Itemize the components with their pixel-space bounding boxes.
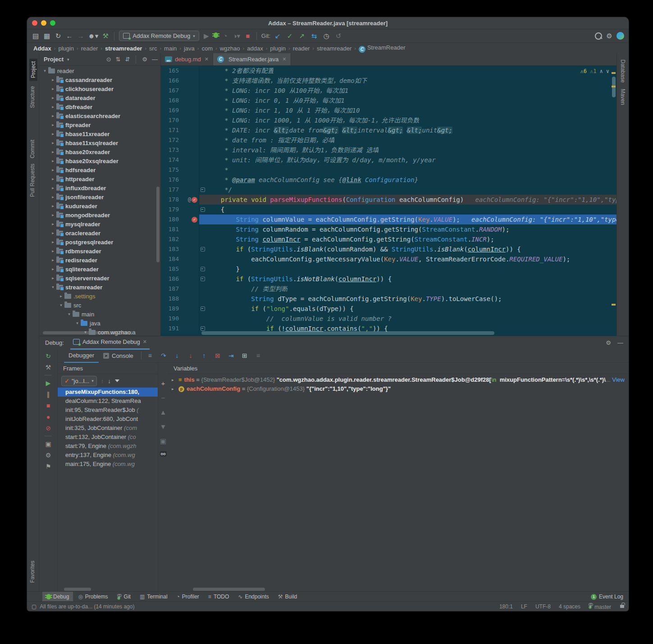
tree-item-ftpreader[interactable]: ▸ftpreader bbox=[39, 120, 160, 129]
chevron-down-icon[interactable]: ▾ bbox=[67, 57, 69, 62]
frame-row[interactable]: dealColumn:122, StreamRea bbox=[58, 397, 158, 406]
tree-item-datareader[interactable]: ▸datareader bbox=[39, 93, 160, 102]
editor-gutter[interactable]: 186 bbox=[161, 274, 199, 284]
tree-item-httpreader[interactable]: ▸httpreader bbox=[39, 174, 160, 183]
git-commit-icon[interactable]: ✓ bbox=[286, 32, 294, 41]
editor-gutter[interactable]: 191 bbox=[161, 324, 199, 333]
chevron-right-icon[interactable]: ▸ bbox=[50, 222, 56, 226]
toolwindow-problems[interactable]: ◎Problems bbox=[74, 592, 112, 602]
tree-item-main[interactable]: ▾main bbox=[39, 310, 160, 319]
sidebar-item-pull-requests[interactable]: Pull Requests bbox=[29, 164, 36, 197]
tree-item-redisreader[interactable]: ▸redisreader bbox=[39, 256, 160, 265]
step-over-icon[interactable]: ↷ bbox=[158, 352, 169, 359]
breadcrumb-item[interactable]: src bbox=[149, 45, 157, 52]
editor-gutter[interactable]: 185 bbox=[161, 264, 199, 274]
tree-item-dbfreader[interactable]: ▸dbfreader bbox=[39, 102, 160, 111]
fold-marker-icon[interactable] bbox=[199, 205, 205, 215]
frame-row[interactable]: parseMixupFunctions:180, bbox=[58, 388, 158, 397]
editor-gutter[interactable]: 174 bbox=[161, 155, 199, 165]
editor-gutter[interactable]: 184 bbox=[161, 254, 199, 264]
chevron-right-icon[interactable]: ▸ bbox=[50, 213, 56, 217]
filter-funnel-icon[interactable] bbox=[115, 379, 119, 382]
tree-item-elasticsearchreader[interactable]: ▸elasticsearchreader bbox=[39, 111, 160, 120]
frame-up-icon[interactable]: ↑ bbox=[101, 378, 104, 384]
editor-gutter[interactable]: 165 bbox=[161, 66, 199, 76]
forward-icon[interactable]: → bbox=[77, 32, 85, 41]
chevron-right-icon[interactable]: ▸ bbox=[50, 114, 56, 118]
chevron-right-icon[interactable]: ▸ bbox=[50, 159, 56, 163]
vcs-status-text[interactable]: All files are up-to-da... (14 minutes ag… bbox=[40, 603, 134, 610]
editor-horizontal-scrollbar[interactable] bbox=[201, 331, 494, 335]
chevron-down-icon[interactable]: ▾ bbox=[66, 312, 72, 316]
drop-frame-icon[interactable]: ⊠ bbox=[212, 352, 223, 359]
editor-gutter[interactable]: 180✓ bbox=[161, 215, 199, 224]
frame-row[interactable]: entry:137, Engine (com.wg bbox=[58, 451, 158, 460]
editor-vertical-scrollbar[interactable] bbox=[611, 66, 616, 336]
chevron-right-icon[interactable]: ▸ bbox=[50, 267, 56, 271]
fold-marker-icon[interactable] bbox=[199, 304, 205, 314]
rerun-icon[interactable]: ↻ bbox=[46, 352, 51, 360]
chevron-right-icon[interactable]: ▸ bbox=[50, 78, 56, 82]
editor-gutter[interactable]: 179 bbox=[161, 205, 199, 215]
breadcrumb-item[interactable]: plugin bbox=[270, 45, 286, 52]
breadcrumb-item[interactable]: wgzhao bbox=[220, 45, 240, 52]
breakpoint-icon[interactable]: ✓ bbox=[192, 197, 197, 203]
chevron-right-icon[interactable]: ▸ bbox=[50, 249, 56, 253]
editor-gutter[interactable]: 190 bbox=[161, 314, 199, 324]
remove-watch-icon[interactable]: − bbox=[159, 393, 167, 402]
editor-gutter[interactable]: 166 bbox=[161, 76, 199, 86]
breadcrumb-item[interactable]: Addax bbox=[33, 45, 51, 52]
chevron-right-icon[interactable]: ▸ bbox=[50, 96, 56, 100]
close-icon[interactable]: ✕ bbox=[205, 56, 209, 62]
scroll-up-icon[interactable]: ▲ bbox=[159, 408, 167, 417]
editor-gutter[interactable]: 187 bbox=[161, 284, 199, 294]
tree-horizontal-scrollbar[interactable] bbox=[43, 331, 133, 334]
encoding[interactable]: UTF-8 bbox=[535, 603, 551, 610]
variable-row[interactable]: ▸peachColumnConfig = {Configuration@1453… bbox=[168, 384, 629, 393]
sidebar-item-favorites[interactable]: Favorites bbox=[29, 561, 36, 583]
run-to-cursor-icon[interactable]: ⇥ bbox=[226, 352, 237, 359]
git-branch-widget[interactable]: master bbox=[589, 603, 611, 610]
chevron-right-icon[interactable]: ▸ bbox=[50, 105, 56, 109]
breadcrumb-item[interactable]: streamreader bbox=[105, 45, 142, 52]
minimize-window-icon[interactable] bbox=[41, 20, 46, 26]
user-icon[interactable]: ☻▾ bbox=[88, 32, 98, 41]
chevron-right-icon[interactable]: ▸ bbox=[50, 132, 56, 136]
editor-gutter[interactable]: 183 bbox=[161, 244, 199, 254]
tree-item-rdbmsreader[interactable]: ▸rdbmsreader bbox=[39, 247, 160, 256]
tree-item-clickhousereader[interactable]: ▸clickhousereader bbox=[39, 84, 160, 93]
profiler-icon[interactable]: ◑▾ bbox=[233, 32, 241, 41]
tree-item-jsonfilereader[interactable]: ▸jsonfilereader bbox=[39, 192, 160, 201]
settings-gear-icon[interactable]: ⚙ bbox=[606, 339, 611, 346]
tree-item-java[interactable]: ▾java bbox=[39, 319, 160, 328]
editor-gutter[interactable]: 169 bbox=[161, 105, 199, 115]
rollback-icon[interactable]: ↺ bbox=[334, 32, 342, 41]
tab-StreamReader-java[interactable]: CStreamReader.java✕ bbox=[213, 53, 291, 65]
mute-breakpoints-icon[interactable]: ⊘ bbox=[46, 425, 51, 432]
chevron-right-icon[interactable]: ▸ bbox=[50, 87, 56, 91]
history-icon[interactable]: ◷ bbox=[322, 32, 330, 41]
breadcrumb-item[interactable]: reader bbox=[81, 45, 98, 52]
tree-item-mysqlreader[interactable]: ▸mysqlreader bbox=[39, 219, 160, 228]
fold-marker-icon[interactable] bbox=[199, 324, 205, 333]
tree-item-sqlserverreader[interactable]: ▸sqlserverreader bbox=[39, 274, 160, 283]
chevron-right-icon[interactable]: ▸ bbox=[50, 240, 56, 244]
tree-item-oraclereader[interactable]: ▸oraclereader bbox=[39, 228, 160, 238]
warning-stripe-mark[interactable] bbox=[612, 304, 616, 306]
sync-icon[interactable]: ↻ bbox=[54, 32, 62, 41]
editor-gutter[interactable]: 171 bbox=[161, 125, 199, 135]
frame-row[interactable]: main:175, Engine (com.wg bbox=[58, 460, 158, 469]
git-update-icon[interactable]: ↙ bbox=[274, 32, 282, 41]
chevron-right-icon[interactable]: ▸ bbox=[50, 141, 56, 145]
debug-bug-icon[interactable] bbox=[214, 32, 218, 39]
toolwindow-endpoints[interactable]: ∿Endpoints bbox=[234, 592, 273, 602]
chevron-down-icon[interactable]: ▾ bbox=[42, 69, 48, 73]
tree-item-sqlitereader[interactable]: ▸sqlitereader bbox=[39, 265, 160, 274]
warning-stripe-mark[interactable] bbox=[612, 86, 616, 87]
chevron-right-icon[interactable]: ▸ bbox=[50, 168, 56, 172]
fold-marker-icon[interactable] bbox=[199, 185, 205, 195]
variable-row[interactable]: ▸≡this = {StreamReader$Job@1452} "com.wg… bbox=[168, 375, 629, 384]
toolwindow-git[interactable]: Git bbox=[113, 592, 135, 602]
editor-gutter[interactable]: 176 bbox=[161, 175, 199, 185]
sidebar-item-database[interactable]: Database bbox=[620, 59, 626, 82]
